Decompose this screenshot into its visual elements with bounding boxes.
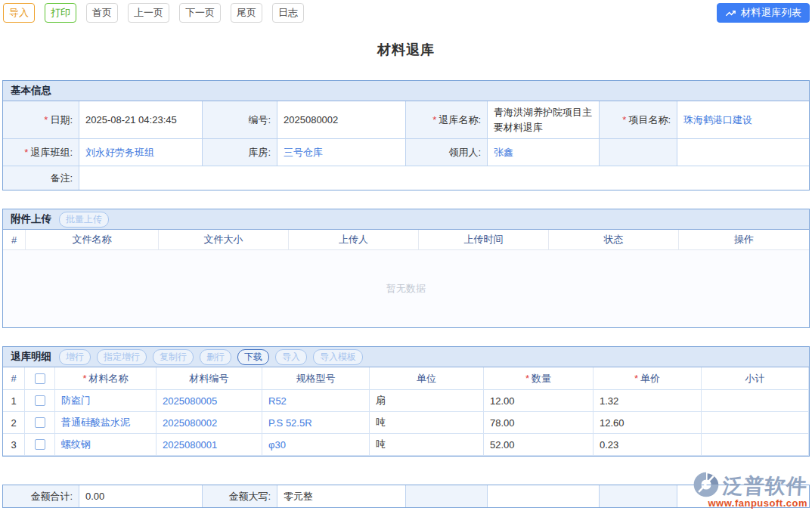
material-code-cell[interactable]: 2025080005: [157, 390, 262, 412]
amount-total-field[interactable]: 0.00: [79, 485, 203, 507]
code-field[interactable]: 2025080002: [277, 101, 406, 139]
subtotal-cell: [702, 390, 809, 412]
row-checkbox[interactable]: [25, 434, 55, 456]
toolbar: 导入 打印 首页 上一页 下一页 尾页 日志 材料退库列表: [3, 3, 810, 23]
attachments-col-action: 操作: [679, 230, 809, 250]
page-title: 材料退库: [2, 41, 810, 59]
team-field[interactable]: 刘永好劳务班组: [79, 139, 203, 166]
print-button[interactable]: 打印: [45, 3, 76, 23]
basic-info-section: 基本信息 *日期: 2025-08-21 04:23:45 编号: 202508…: [2, 80, 810, 190]
detail-section: 退库明细 增行 指定增行 复制行 删行 下载 导入 导入模板 # *材料名称 材…: [2, 346, 810, 457]
import-template-button[interactable]: 导入模板: [313, 349, 363, 365]
attachments-col-uploader: 上传人: [289, 230, 419, 250]
insert-row-button[interactable]: 指定增行: [97, 349, 147, 365]
row-index: 2: [3, 412, 25, 434]
delete-row-button[interactable]: 删行: [200, 349, 231, 365]
unit-cell: 扇: [370, 390, 484, 412]
material-name-cell[interactable]: 普通硅酸盐水泥: [55, 412, 157, 434]
return-list-button[interactable]: 材料退库列表: [717, 3, 810, 23]
price-cell[interactable]: 1.32: [594, 390, 702, 412]
copy-row-button[interactable]: 复制行: [153, 349, 194, 365]
project-name-label: *项目名称:: [600, 101, 677, 139]
amount-words-label: 金额大写:: [203, 485, 277, 507]
spec-cell[interactable]: P.S 52.5R: [262, 412, 370, 434]
team-label: *退库班组:: [3, 139, 79, 166]
basic-info-grid: *日期: 2025-08-21 04:23:45 编号: 2025080002 …: [3, 101, 809, 190]
checkbox-icon: [35, 373, 45, 384]
detail-toolbar: 增行 指定增行 复制行 删行 下载 导入 导入模板: [59, 349, 363, 365]
download-button[interactable]: 下载: [237, 349, 269, 365]
empty-label-cell: [600, 139, 677, 166]
last-page-button[interactable]: 尾页: [231, 3, 262, 23]
return-name-field[interactable]: 青海洪湖养护院项目主要材料退库: [488, 101, 600, 139]
add-row-button[interactable]: 增行: [59, 349, 91, 365]
qty-cell[interactable]: 12.00: [484, 390, 594, 412]
warehouse-field[interactable]: 三号仓库: [277, 139, 406, 166]
remark-field[interactable]: [79, 166, 809, 190]
attachments-title: 附件上传: [11, 212, 51, 226]
detail-header: 退库明细 增行 指定增行 复制行 删行 下载 导入 导入模板: [3, 347, 809, 367]
required-mark: *: [432, 114, 436, 125]
spec-cell[interactable]: R52: [262, 390, 370, 412]
remark-label: 备注:: [3, 166, 79, 190]
attachments-col-file-size: 文件大小: [159, 230, 289, 250]
code-label: 编号:: [203, 101, 277, 139]
trend-icon: [725, 8, 736, 19]
attachments-table-header: # 文件名称 文件大小 上传人 上传时间 状态 操作: [3, 230, 809, 250]
detail-col-qty: *数量: [484, 367, 594, 390]
select-all-checkbox[interactable]: [25, 367, 55, 390]
attachments-header: 附件上传 批量上传: [3, 209, 809, 230]
date-field[interactable]: 2025-08-21 04:23:45: [79, 101, 203, 139]
basic-info-title: 基本信息: [11, 84, 51, 98]
basic-info-header: 基本信息: [3, 81, 809, 101]
unit-cell: 吨: [370, 412, 484, 434]
empty-value-cell: [677, 139, 809, 166]
checkbox-icon: [35, 417, 45, 428]
material-name-cell[interactable]: 螺纹钢: [55, 434, 157, 456]
import-rows-button[interactable]: 导入: [275, 349, 307, 365]
attachments-col-file-name: 文件名称: [26, 230, 159, 250]
material-return-page: 导入 打印 首页 上一页 下一页 尾页 日志 材料退库列表 材料退库 基本信息 …: [0, 0, 812, 511]
row-checkbox[interactable]: [25, 390, 55, 412]
amount-words-field[interactable]: 零元整: [277, 485, 406, 507]
required-mark: *: [24, 147, 28, 158]
detail-col-price: *单价: [594, 367, 702, 390]
qty-cell[interactable]: 52.00: [484, 434, 594, 456]
return-name-label: *退库名称:: [406, 101, 488, 139]
unit-cell: 吨: [370, 434, 484, 456]
row-index: 1: [3, 390, 25, 412]
row-checkbox[interactable]: [25, 412, 55, 434]
detail-col-name: *材料名称: [55, 367, 157, 390]
recipient-field[interactable]: 张鑫: [488, 139, 600, 166]
no-data-text: 暂无数据: [386, 282, 426, 296]
date-label: *日期:: [3, 101, 79, 139]
detail-table: # *材料名称 材料编号 规格型号 单位 *数量 *单价 小计 1 防盗门 20…: [3, 367, 809, 456]
spec-cell[interactable]: φ30: [262, 434, 370, 456]
totals-row: 金额合计: 0.00 金额大写: 零元整: [2, 485, 810, 508]
attachments-empty-body: 暂无数据: [3, 250, 809, 327]
material-code-cell[interactable]: 2025080001: [157, 434, 262, 456]
next-page-button[interactable]: 下一页: [179, 3, 221, 23]
required-mark: *: [622, 114, 626, 125]
price-cell[interactable]: 12.60: [594, 412, 702, 434]
import-button[interactable]: 导入: [3, 3, 35, 23]
project-name-field[interactable]: 珠海鹤港口建设: [677, 101, 809, 139]
prev-page-button[interactable]: 上一页: [128, 3, 169, 23]
return-list-button-label: 材料退库列表: [741, 6, 801, 20]
fanpu-brand-text: 泛普软件: [722, 472, 809, 500]
price-cell[interactable]: 0.23: [594, 434, 702, 456]
first-page-button[interactable]: 首页: [86, 3, 118, 23]
fanpu-logo-icon: [693, 471, 720, 500]
batch-upload-button[interactable]: 批量上传: [59, 212, 109, 228]
detail-col-subtotal: 小计: [702, 367, 809, 390]
log-button[interactable]: 日志: [272, 3, 304, 23]
material-code-cell[interactable]: 2025080002: [157, 412, 262, 434]
attachments-col-status: 状态: [549, 230, 679, 250]
fanpu-watermark: 泛普软件 www.fanpusoft.com: [693, 471, 807, 509]
attachments-col-upload-time: 上传时间: [419, 230, 549, 250]
detail-title: 退库明细: [11, 350, 51, 364]
material-name-cell[interactable]: 防盗门: [55, 390, 157, 412]
row-index: 3: [3, 434, 25, 456]
warehouse-label: 库房:: [203, 139, 277, 166]
qty-cell[interactable]: 78.00: [484, 412, 594, 434]
